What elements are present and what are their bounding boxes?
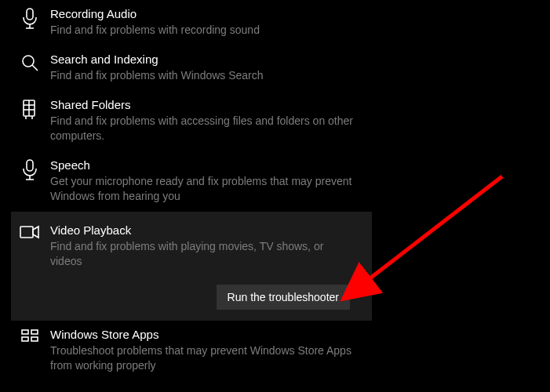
svg-rect-18 [31, 337, 38, 341]
microphone-icon [17, 6, 42, 30]
svg-rect-16 [31, 330, 38, 334]
item-title: Speech [50, 158, 356, 173]
svg-rect-0 [27, 9, 33, 20]
item-title: Recording Audio [50, 6, 260, 22]
troubleshooter-item-speech[interactable]: Speech Get your microphone ready and fix… [0, 151, 550, 212]
item-title: Windows Store Apps [50, 327, 356, 343]
microphone-icon [17, 158, 42, 181]
shared-folder-icon [17, 97, 42, 121]
action-row: Run the troubleshooter [17, 285, 361, 310]
item-desc: Troubleshoot problems that may prevent W… [50, 343, 356, 373]
item-desc: Find and fix problems with playing movie… [50, 239, 356, 269]
svg-point-3 [23, 56, 34, 67]
search-icon [17, 52, 42, 72]
svg-rect-11 [27, 160, 33, 171]
apps-grid-icon [17, 327, 42, 344]
troubleshooter-list: Recording Audio Find and fix problems wi… [0, 0, 550, 381]
item-desc: Find and fix problems with accessing fil… [50, 114, 356, 143]
troubleshooter-item-recording-audio[interactable]: Recording Audio Find and fix problems wi… [0, 0, 550, 45]
troubleshooter-item-video-playback[interactable]: Video Playback Find and fix problems wit… [11, 212, 372, 321]
troubleshooter-item-shared-folders[interactable]: Shared Folders Find and fix problems wit… [0, 91, 550, 151]
svg-line-4 [32, 65, 38, 71]
run-troubleshooter-button[interactable]: Run the troubleshooter [217, 285, 350, 310]
troubleshooter-item-search-indexing[interactable]: Search and Indexing Find and fix problem… [0, 45, 550, 91]
video-camera-icon [17, 223, 42, 240]
item-desc: Get your microphone ready and fix proble… [50, 174, 356, 204]
item-title: Video Playback [50, 223, 356, 238]
svg-rect-15 [22, 330, 28, 334]
item-desc: Find and fix problems with Windows Searc… [50, 68, 264, 83]
item-title: Search and Indexing [50, 52, 264, 67]
item-title: Shared Folders [50, 97, 356, 113]
item-desc: Find and fix problems with recording sou… [50, 23, 260, 38]
troubleshooter-item-windows-store-apps[interactable]: Windows Store Apps Troubleshoot problems… [0, 321, 550, 381]
svg-rect-14 [20, 227, 33, 238]
svg-rect-17 [22, 337, 28, 341]
